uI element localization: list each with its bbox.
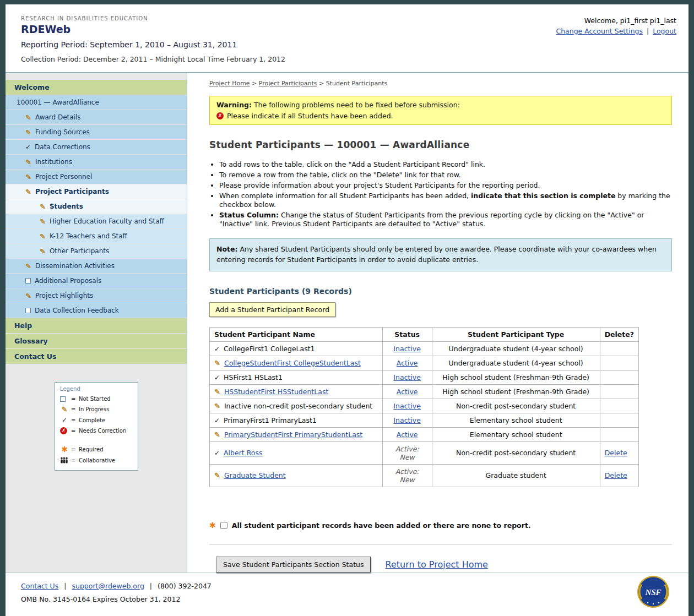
sidebar-item-project-participants[interactable]: ✎Project Participants <box>6 184 187 199</box>
table-row: ✎HSStudentFirst HSStudentLastActiveHigh … <box>210 384 639 399</box>
legend-label: Collaborative <box>79 457 133 464</box>
sidebar-item-project-personnel[interactable]: ✎Project Personnel <box>6 170 187 184</box>
status-toggle-link[interactable]: Active <box>397 359 418 367</box>
participant-type-cell: Non-credit post-secondary student <box>432 399 600 413</box>
save-section-status-button[interactable]: Save Student Participants Section Status <box>216 557 371 573</box>
footer: Contact Us | support@rdeweb.org | (800) … <box>6 573 688 616</box>
warning-box: Warning: The following problems need to … <box>209 96 672 125</box>
sidebar: Welcome100001 — AwardAlliance✎Award Deta… <box>6 73 187 573</box>
table-row: ✎CollegeStudentFirst CollegeStudentLastA… <box>210 356 639 370</box>
column-header-student-participant-name: Student Participant Name <box>210 327 383 341</box>
breadcrumb-project-participants[interactable]: Project Participants <box>259 80 317 87</box>
confirm-label: All student participant records have bee… <box>232 521 531 530</box>
legend-item: ✎=In Progress <box>60 406 133 413</box>
legend-label: In Progress <box>79 406 133 412</box>
status-text: Active: New <box>395 467 419 484</box>
sidebar-item-label: Project Highlights <box>35 292 93 299</box>
sidebar-item-award-details[interactable]: ✎Award Details <box>6 110 187 125</box>
sidebar-item-k-12-teachers-and-staff[interactable]: ✎K-12 Teachers and Staff <box>6 229 187 244</box>
legend-label: Complete <box>79 417 133 423</box>
breadcrumb-separator: > <box>250 80 259 87</box>
sidebar-item-institutions[interactable]: ✎Institutions <box>6 155 187 170</box>
participant-name-link[interactable]: HSStudentFirst HSStudentLast <box>224 388 328 396</box>
sidebar-item-other-participants[interactable]: ✎Other Participants <box>6 244 187 259</box>
participant-name-link[interactable]: Albert Ross <box>224 449 262 457</box>
header: RESEARCH IN DISABILITIES EDUCATION RDEWe… <box>6 4 688 73</box>
participant-name-cell: ✎CollegeStudentFirst CollegeStudentLast <box>210 356 383 370</box>
add-student-participant-button[interactable]: Add a Student Participant Record <box>209 302 335 317</box>
return-to-project-home-link[interactable]: Return to Project Home <box>385 559 487 570</box>
sidebar-item-label: Data Corrections <box>35 143 90 151</box>
legend-item: =Collaborative <box>60 457 133 464</box>
delete-link[interactable]: Delete <box>605 449 627 457</box>
sidebar-item-100001-awardalliance[interactable]: 100001 — AwardAlliance <box>6 95 187 110</box>
participant-name-link[interactable]: PrimaryStudentFirst PrimaryStudentLast <box>224 430 362 439</box>
logout-link[interactable]: Logout <box>653 27 676 35</box>
equals-sign: = <box>71 417 77 423</box>
sidebar-item-higher-education-faculty-and-staff[interactable]: ✎Higher Education Faculty and Staff <box>6 214 187 229</box>
legend: Legend =Not Started✎=In Progress✓=Comple… <box>55 382 138 471</box>
participants-table-body: ✓CollegeFirst1 CollegeLast1InactiveUnder… <box>210 341 639 487</box>
nsf-logo-text: NSF <box>644 587 661 596</box>
breadcrumb-project-home[interactable]: Project Home <box>209 80 250 87</box>
warning-text: The following problems need to be fixed … <box>252 101 460 109</box>
check-icon: ✓ <box>214 450 220 456</box>
legend-label: Not Started <box>79 396 133 402</box>
table-row: ✓HSFirst1 HSLast1InactiveHigh school stu… <box>210 370 639 384</box>
participant-name-link[interactable]: Graduate Student <box>224 471 286 479</box>
instruction-item: To remove a row from the table, click on… <box>219 171 672 179</box>
pencil-icon: ✎ <box>25 173 31 181</box>
legend-item: =Not Started <box>60 396 133 402</box>
participant-name-link[interactable]: CollegeStudentFirst CollegeStudentLast <box>224 359 361 367</box>
table-row: ✎Inactive non-credit post-secondary stud… <box>210 399 639 413</box>
status-toggle-link[interactable]: Inactive <box>393 402 421 410</box>
change-account-settings-link[interactable]: Change Account Settings <box>556 27 643 35</box>
sidebar-section-help[interactable]: Help <box>6 318 187 334</box>
delete-cell <box>600 370 638 384</box>
note-text: Any shared Student Participants should o… <box>216 245 657 264</box>
page-title: Student Participants — 100001 — AwardAll… <box>209 139 672 150</box>
header-account-area: Welcome, pi1_first pi1_last Change Accou… <box>556 15 676 35</box>
sidebar-item-project-highlights[interactable]: ✎Project Highlights <box>6 288 187 303</box>
sidebar-item-funding-sources[interactable]: ✎Funding Sources <box>6 125 187 140</box>
delete-cell <box>600 427 638 441</box>
table-row: ✓Albert RossActive: NewNon-credit post-s… <box>210 441 639 464</box>
footer-email-link[interactable]: support@rdeweb.org <box>72 582 144 590</box>
status-cell: Active <box>382 384 432 399</box>
participant-name-cell: ✓Albert Ross <box>210 441 383 464</box>
status-toggle-link[interactable]: Inactive <box>393 373 421 381</box>
participant-name-cell: ✓PrimaryFirst1 PrimaryLast1 <box>210 413 383 427</box>
pencil-icon: ✎ <box>25 263 31 270</box>
pencil-icon: ✎ <box>25 114 31 121</box>
sidebar-item-data-collection-feedback[interactable]: Data Collection Feedback <box>6 303 187 318</box>
status-toggle-link[interactable]: Active <box>397 388 418 396</box>
instruction-item: Please provide information about your pr… <box>219 181 672 190</box>
status-cell: Inactive <box>382 399 432 413</box>
breadcrumb: Project Home > Project Participants > St… <box>209 79 672 87</box>
sidebar-section-welcome[interactable]: Welcome <box>6 80 187 95</box>
table-row: ✓CollegeFirst1 CollegeLast1InactiveUnder… <box>210 341 639 356</box>
delete-cell <box>600 413 638 427</box>
needs-correction-icon: ✗ <box>216 112 224 119</box>
delete-link[interactable]: Delete <box>605 471 627 479</box>
sidebar-section-contact-us[interactable]: Contact Us <box>6 349 187 364</box>
section-complete-checkbox[interactable] <box>220 522 227 529</box>
collection-period: Collection Period: December 2, 2011 – Mi… <box>21 55 285 63</box>
pencil-icon: ✎ <box>25 159 31 166</box>
sidebar-item-dissemination-activities[interactable]: ✎Dissemination Activities <box>6 259 187 274</box>
instructions-list: To add rows to the table, click on the "… <box>209 160 672 228</box>
status-toggle-link[interactable]: Inactive <box>393 345 421 353</box>
sidebar-item-additional-proposals[interactable]: Additional Proposals <box>6 274 187 288</box>
sidebar-item-data-corrections[interactable]: ✓Data Corrections <box>6 140 187 155</box>
sidebar-section-glossary[interactable]: Glossary <box>6 334 187 349</box>
pencil-icon: ✎ <box>40 248 46 255</box>
footer-contact-link[interactable]: Contact Us <box>21 582 58 590</box>
nsf-logo: NSF <box>637 575 670 608</box>
header-titles: RESEARCH IN DISABILITIES EDUCATION RDEWe… <box>21 15 285 63</box>
column-header-student-participant-type: Student Participant Type <box>432 327 600 341</box>
separator: | <box>150 582 152 590</box>
sidebar-item-students[interactable]: ✎Students <box>6 199 187 214</box>
check-icon: ✓ <box>214 417 220 424</box>
status-toggle-link[interactable]: Active <box>397 430 418 439</box>
status-toggle-link[interactable]: Inactive <box>393 416 421 424</box>
